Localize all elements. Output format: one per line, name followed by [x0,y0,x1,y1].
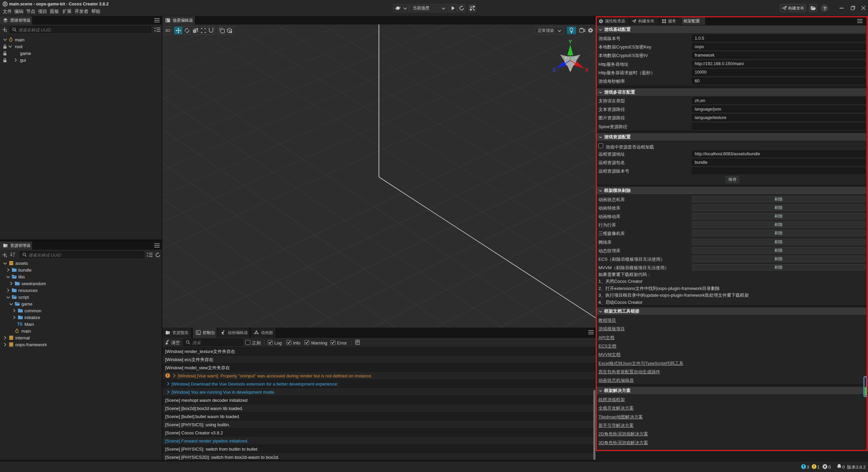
svg-text:Y: Y [569,39,572,44]
svg-text:X: X [585,67,588,73]
svg-text:Z: Z [553,67,556,73]
